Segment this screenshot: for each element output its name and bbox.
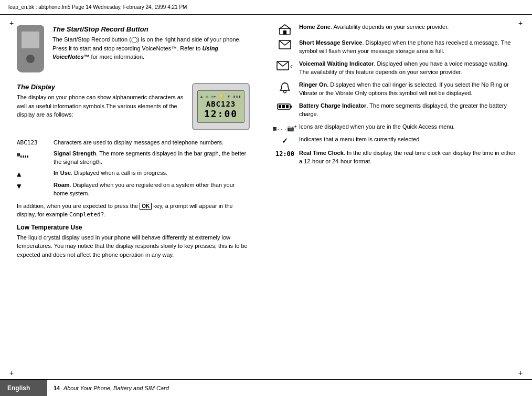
svg-text:⏎: ⏎	[290, 63, 293, 69]
phone-thumb-btn	[26, 55, 35, 63]
ok-key-para: In addition, when you are expected to pr…	[17, 202, 250, 220]
footer: English 14 About Your Phone, Battery and…	[0, 379, 532, 396]
symbol-inuse: ▲	[17, 169, 54, 178]
icon-cell-homezone	[271, 23, 299, 35]
svg-rect-8	[290, 106, 292, 108]
footer-caption: 14 About Your Phone, Battery and SIM Car…	[47, 385, 169, 391]
low-temp-body: The liquid crystal display used in your …	[17, 233, 250, 259]
startstop-body: The Start/Stop Record button (◯) is on t…	[52, 35, 250, 61]
icon-row-checkmark: ✓ Indicates that a menu item is currentl…	[271, 136, 519, 145]
icon-cell-sms	[271, 39, 299, 49]
phone-thumb-screen	[22, 32, 39, 48]
symbol-signal: ▩▮▮▮▮	[17, 150, 54, 159]
svg-rect-9	[279, 105, 281, 108]
icon-desc-battery: Battery Charge Indicator. The more segme…	[299, 102, 519, 119]
header-bar: leap_en.bk : abtphone.fm5 Page 14 Wednes…	[0, 0, 532, 15]
icon-row-quickaccess: ▩...📷+ Icons are displayed when you are …	[271, 123, 519, 132]
quickaccess-icon: ▩...📷+	[273, 124, 296, 132]
phone-thumbnail	[17, 25, 44, 72]
symbol-signal-desc: Signal Strength. The more segments displ…	[54, 150, 250, 166]
phone-display-image: ▲ ✉ ✉► 🔔 ▼ ▮▮▮ ABC123 12:00	[192, 83, 250, 130]
homezone-icon	[279, 24, 291, 35]
symbol-inuse-desc: In Use. Displayed when a call is in prog…	[54, 169, 250, 177]
footer-caption-text: About Your Phone, Battery and SIM Card	[63, 385, 169, 391]
icon-desc-checkmark: Indicates that a menu item is currently …	[299, 136, 519, 144]
footer-language: English	[0, 380, 47, 396]
svg-rect-10	[282, 105, 285, 108]
icon-desc-homezone: Home Zone. Availability depends on your …	[299, 23, 519, 32]
battery-icon	[277, 103, 293, 110]
symbol-abc-desc: Characters are used to display messages …	[54, 139, 250, 147]
inuse-icon: ▲	[17, 170, 21, 178]
symbols-table: ABC123 Characters are used to display me…	[17, 139, 250, 197]
voicemail-icon: ⏎	[276, 61, 293, 70]
ringer-icon	[280, 82, 290, 93]
phone-display-screen: ▲ ✉ ✉► 🔔 ▼ ▮▮▮ ABC123 12:00	[197, 90, 244, 123]
display-text: The Display The display on your phone ca…	[17, 83, 184, 119]
startstop-section: The Start/Stop Record Button The Start/S…	[17, 25, 250, 72]
symbol-roam-desc: Roam. Displayed when you are registered …	[54, 181, 250, 197]
main-content: The Start/Stop Record Button The Start/S…	[0, 15, 532, 379]
header-text: leap_en.bk : abtphone.fm5 Page 14 Wednes…	[8, 4, 187, 10]
icon-row-sms: Short Message Service. Displayed when th…	[271, 39, 519, 56]
startstop-title: The Start/Stop Record Button	[52, 25, 250, 33]
checkmark-icon: ✓	[282, 137, 288, 145]
footer-page-number: 14	[54, 385, 60, 391]
symbol-row-inuse: ▲ In Use. Displayed when a call is in pr…	[17, 169, 250, 178]
icon-cell-checkmark: ✓	[271, 136, 299, 145]
completed-example: Completed?	[69, 211, 104, 218]
display-time: 12:00	[204, 108, 238, 119]
icon-desc-voicemail: Voicemail Waiting Indicator. Displayed w…	[299, 60, 519, 77]
display-icons-row: ▲ ✉ ✉► 🔔 ▼ ▮▮▮	[200, 95, 241, 99]
startstop-text: The Start/Stop Record Button The Start/S…	[52, 25, 250, 61]
bottom-section: In addition, when you are expected to pr…	[17, 202, 250, 259]
roam-icon: ▼	[17, 182, 21, 190]
icon-row-battery: Battery Charge Indicator. The more segme…	[271, 102, 519, 119]
svg-rect-1	[283, 30, 286, 35]
signal-icon: ▩▮▮▮▮	[17, 151, 29, 157]
display-abc: ABC123	[206, 100, 236, 108]
symbol-abc: ABC123	[17, 139, 54, 146]
icon-cell-battery	[271, 102, 299, 110]
symbol-roam: ▼	[17, 181, 54, 190]
icon-cell-quickaccess: ▩...📷+	[271, 123, 299, 132]
icon-desc-ringer: Ringer On. Displayed when the call ringe…	[299, 81, 519, 98]
display-body: The display on your phone can show alpha…	[17, 93, 184, 119]
symbol-row-abc: ABC123 Characters are used to display me…	[17, 139, 250, 147]
left-column: The Start/Stop Record Button The Start/S…	[0, 15, 262, 379]
low-temp-title: Low Temperature Use	[17, 224, 250, 231]
right-column: Home Zone. Availability depends on your …	[262, 15, 532, 379]
symbol-row-signal: ▩▮▮▮▮ Signal Strength. The more segments…	[17, 150, 250, 166]
icon-row-clock: 12:00 Real Time Clock. In the idle displ…	[271, 149, 519, 166]
right-icons-table: Home Zone. Availability depends on your …	[271, 23, 519, 166]
svg-rect-11	[286, 105, 289, 108]
clock-icon: 12:00	[275, 150, 294, 158]
icon-row-homezone: Home Zone. Availability depends on your …	[271, 23, 519, 35]
icon-desc-quickaccess: Icons are displayed when you are in the …	[299, 123, 519, 131]
symbol-row-roam: ▼ Roam. Displayed when you are registere…	[17, 181, 250, 197]
sms-icon	[279, 40, 291, 49]
display-section: The Display The display on your phone ca…	[17, 83, 250, 130]
icon-desc-sms: Short Message Service. Displayed when th…	[299, 39, 519, 56]
icon-row-ringer: Ringer On. Displayed when the call ringe…	[271, 81, 519, 98]
ok-key: OK	[140, 203, 152, 210]
icon-cell-voicemail: ⏎	[271, 60, 299, 70]
icon-desc-clock: Real Time Clock. In the idle display, th…	[299, 149, 519, 166]
icon-cell-clock: 12:00	[271, 149, 299, 158]
icon-cell-ringer	[271, 81, 299, 93]
icon-row-voicemail: ⏎ Voicemail Waiting Indicator. Displayed…	[271, 60, 519, 77]
display-title: The Display	[17, 83, 184, 91]
